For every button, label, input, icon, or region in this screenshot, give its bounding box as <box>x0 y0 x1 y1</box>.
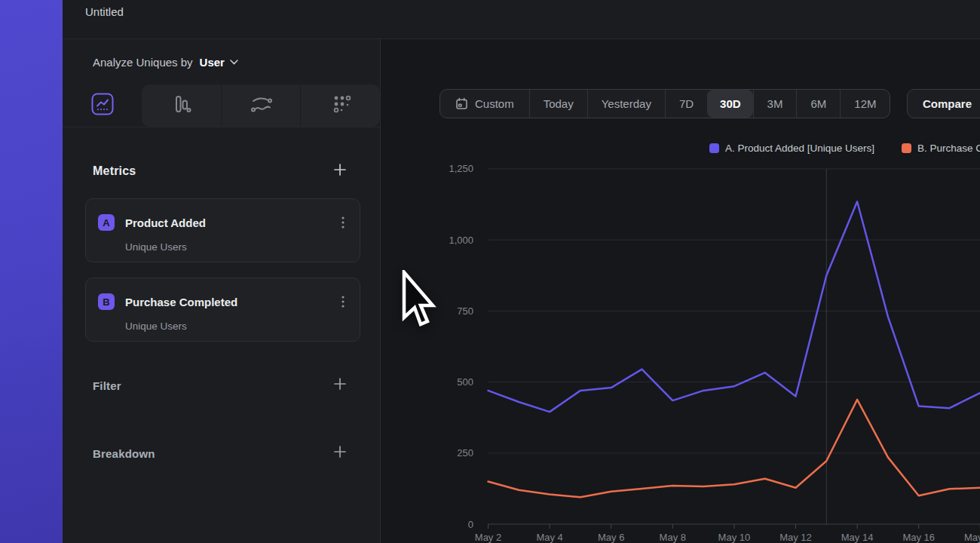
range-button-label: Custom <box>475 97 514 110</box>
analyze-row: Analyze Uniques by User <box>63 39 380 84</box>
metric-title-a[interactable]: Product Added <box>125 216 206 229</box>
range-button-custom[interactable]: Custom <box>440 90 529 118</box>
line-chart-icon <box>91 93 114 118</box>
y-tick-label: 1,250 <box>449 163 473 174</box>
metric-badge-a: A <box>98 214 115 231</box>
add-filter-button[interactable] <box>333 377 347 394</box>
range-button-today[interactable]: Today <box>529 90 587 118</box>
y-tick-label: 0 <box>468 519 473 530</box>
y-tick-label: 250 <box>457 447 473 459</box>
chart-svg: 02505007501,0001,250May 2May 4May 6May 8… <box>422 158 980 543</box>
metric-title-b[interactable]: Purchase Completed <box>125 296 237 308</box>
y-tick-label: 1,000 <box>449 235 473 246</box>
range-button-label: 3M <box>767 97 783 110</box>
x-tick-label: May 16 <box>902 532 935 543</box>
add-breakdown-button[interactable] <box>333 445 347 462</box>
breakdown-heading: Breakdown <box>93 447 155 460</box>
legend-label-b: B. Purchase Completed [Unique Users] <box>917 143 980 154</box>
range-button-label: Today <box>544 97 574 110</box>
line-chart[interactable]: 02505007501,0001,250May 2May 4May 6May 8… <box>422 158 980 543</box>
x-tick-label: May 2 <box>475 532 501 543</box>
y-tick-label: 750 <box>457 305 473 317</box>
range-button-label: 12M <box>854 97 876 110</box>
x-tick-label: May 18 <box>964 532 980 543</box>
breakdown-section-header: Breakdown <box>93 444 347 462</box>
filter-section-header: Filter <box>93 376 347 394</box>
scatter-grid-icon <box>328 91 354 120</box>
range-button-6m[interactable]: 6M <box>796 90 840 118</box>
compare-button[interactable]: Compare <box>907 89 980 118</box>
top-bar: Untitled <box>63 0 980 39</box>
mouse-cursor <box>402 270 436 332</box>
report-title[interactable]: Untitled <box>85 5 124 18</box>
range-button-30d[interactable]: 30D <box>707 90 753 118</box>
x-tick-label: May 10 <box>718 532 751 543</box>
range-button-label: 6M <box>810 97 826 110</box>
flow-chart-icon <box>247 91 274 120</box>
app-window: Untitled Analyze Uniques by User <box>63 0 980 543</box>
chevron-down-icon[interactable] <box>230 60 238 65</box>
chart-panel: CustomTodayYesterday7D30D3M6M12M Compare… <box>381 39 980 543</box>
legend-label-a: A. Product Added [Unique Users] <box>725 143 874 154</box>
tab-line-chart[interactable] <box>63 84 142 127</box>
series-b-line <box>488 400 980 497</box>
metric-card-a[interactable]: A Product Added Unique Users <box>85 198 360 262</box>
legend-item-b[interactable]: B. Purchase Completed [Unique Users] <box>902 143 980 154</box>
kebab-menu-icon[interactable] <box>338 294 348 309</box>
x-tick-label: May 14 <box>841 532 874 543</box>
kebab-menu-icon[interactable] <box>338 215 348 230</box>
range-button-7d[interactable]: 7D <box>665 90 707 118</box>
analyze-entity-dropdown[interactable]: User <box>200 56 225 69</box>
y-tick-label: 500 <box>457 376 473 388</box>
tab-scatter-grid[interactable] <box>300 84 380 127</box>
range-button-label: Yesterday <box>602 97 651 110</box>
x-tick-label: May 4 <box>536 532 562 543</box>
metric-measure-b[interactable]: Unique Users <box>125 321 348 332</box>
range-group: CustomTodayYesterday7D30D3M6M12M <box>439 89 890 118</box>
sidebar: Analyze Uniques by User <box>63 39 381 543</box>
legend-swatch-a <box>709 143 719 153</box>
series-a-line <box>488 201 980 412</box>
metric-card-b[interactable]: B Purchase Completed Unique Users <box>85 278 360 342</box>
analyze-label: Analyze Uniques by <box>93 56 193 69</box>
x-tick-label: May 12 <box>779 532 812 543</box>
x-tick-label: May 6 <box>598 532 624 543</box>
metrics-section-header: Metrics <box>93 162 347 180</box>
range-button-3m[interactable]: 3M <box>753 90 797 118</box>
range-button-12m[interactable]: 12M <box>840 90 890 118</box>
chart-type-tabs <box>63 84 380 127</box>
range-button-label: 30D <box>720 97 741 110</box>
calendar-icon <box>455 97 468 110</box>
metrics-heading: Metrics <box>93 164 136 178</box>
metric-badge-b: B <box>98 293 115 310</box>
metric-measure-a[interactable]: Unique Users <box>125 241 348 253</box>
x-tick-label: May 8 <box>660 532 686 543</box>
tab-flow-chart[interactable] <box>221 84 301 127</box>
chart-type-tabs-raised <box>142 84 380 127</box>
screen: Untitled Analyze Uniques by User <box>0 0 980 543</box>
tab-bar-chart[interactable] <box>142 84 221 127</box>
legend-item-a[interactable]: A. Product Added [Unique Users] <box>709 143 874 154</box>
range-button-yesterday[interactable]: Yesterday <box>587 90 665 118</box>
filter-heading: Filter <box>93 379 121 392</box>
bar-chart-icon <box>168 91 194 120</box>
range-button-label: 7D <box>679 97 694 110</box>
add-metric-button[interactable] <box>333 163 347 179</box>
background-gradient-rail <box>0 0 63 543</box>
legend-swatch-b <box>902 143 911 153</box>
